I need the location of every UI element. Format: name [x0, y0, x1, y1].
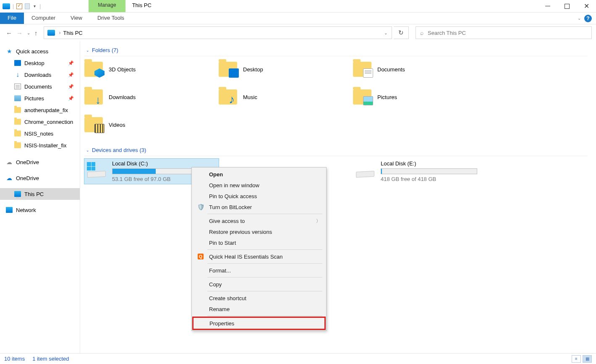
- view-details-button[interactable]: ≡: [572, 355, 581, 363]
- ctx-separator: [207, 214, 322, 214]
- pin-icon: 📌: [68, 60, 74, 66]
- ribbon-expand-icon[interactable]: ⌄: [578, 16, 581, 21]
- address-dropdown-icon[interactable]: ⌄: [380, 31, 392, 35]
- sidebar-item-folder[interactable]: NSIS_notes: [6, 128, 80, 139]
- folder-music[interactable]: Music: [219, 86, 353, 107]
- section-drives-header[interactable]: ⌄ Devices and drives (3): [84, 145, 588, 156]
- star-icon: ★: [6, 48, 13, 54]
- section-folders-header[interactable]: ⌄ Folders (7): [84, 45, 588, 56]
- tab-computer[interactable]: Computer: [24, 13, 63, 24]
- folder-desktop[interactable]: Desktop: [219, 59, 353, 80]
- file-tab[interactable]: File: [0, 13, 24, 24]
- folder-documents[interactable]: Documents: [353, 59, 487, 80]
- ctx-separator: [207, 316, 322, 316]
- ctx-separator: [207, 263, 322, 264]
- folder-downloads[interactable]: Downloads: [84, 86, 219, 107]
- qat-properties-icon[interactable]: [16, 3, 22, 9]
- tab-view[interactable]: View: [63, 13, 90, 24]
- folder-icon: [14, 131, 21, 136]
- refresh-button[interactable]: ↻: [394, 26, 409, 39]
- sidebar-network[interactable]: Network: [6, 204, 80, 216]
- drive-icon: [87, 162, 106, 179]
- sidebar-item-desktop[interactable]: Desktop📌: [6, 57, 80, 69]
- ctx-separator: [207, 277, 322, 278]
- navigation-pane: ★ Quick access Desktop📌 ↓Downloads📌 Docu…: [0, 41, 80, 353]
- ctx-open[interactable]: Open: [193, 169, 325, 180]
- sidebar-onedrive[interactable]: ☁OneDrive: [6, 156, 80, 168]
- folder-icon: [84, 117, 103, 132]
- folder-pictures[interactable]: Pictures: [353, 86, 487, 107]
- close-button[interactable]: [577, 0, 596, 12]
- ctx-restore-versions[interactable]: Restore previous versions: [193, 226, 325, 237]
- sidebar-onedrive[interactable]: ☁OneDrive: [6, 172, 80, 184]
- breadcrumb-chevron-icon[interactable]: ›: [58, 30, 63, 36]
- ctx-format[interactable]: Format...: [193, 265, 325, 276]
- drives-grid: Local Disk (C:) 53.1 GB free of 97.0 GB …: [84, 159, 596, 184]
- help-button[interactable]: ?: [584, 15, 592, 22]
- ctx-give-access[interactable]: Give access to〉: [193, 215, 325, 226]
- drive-usage-bar: [381, 168, 477, 174]
- sidebar-quick-access[interactable]: ★ Quick access: [6, 45, 80, 57]
- sidebar-item-folder[interactable]: NSIS-Installer_fix: [6, 139, 80, 151]
- ctx-pin-quick-access[interactable]: Pin to Quick access: [193, 191, 325, 202]
- ctx-properties[interactable]: Properties: [193, 318, 324, 329]
- view-tiles-button[interactable]: ▦: [583, 355, 592, 363]
- pin-icon: 📌: [68, 72, 74, 78]
- status-item-count: 10 items: [4, 356, 25, 362]
- qat-newfolder-icon[interactable]: [25, 3, 30, 9]
- forward-button: →: [16, 29, 23, 37]
- contextual-tab-group: Manage This PC: [89, 0, 158, 12]
- address-location-icon: [47, 30, 55, 36]
- ctx-open-new-window[interactable]: Open in new window: [193, 180, 325, 191]
- folder-icon: [84, 62, 103, 77]
- maximize-button[interactable]: [557, 0, 577, 12]
- minimize-button[interactable]: [538, 0, 557, 12]
- status-selected-count: 1 item selected: [32, 356, 69, 362]
- folder-3d-objects[interactable]: 3D Objects: [84, 59, 219, 80]
- drive-e[interactable]: Local Disk (E:) 418 GB free of 418 GB: [353, 159, 487, 184]
- sidebar-item-documents[interactable]: Documents📌: [6, 81, 80, 92]
- ctx-bitlocker[interactable]: 🛡️Turn on BitLocker: [193, 202, 325, 212]
- collapse-chevron-icon: ⌄: [86, 148, 89, 152]
- ctx-rename[interactable]: Rename: [193, 304, 325, 314]
- search-box[interactable]: ⌕: [416, 26, 592, 39]
- cloud-icon: ☁: [6, 159, 13, 165]
- ctx-separator: [207, 249, 322, 250]
- contextual-tab-label: Manage: [89, 0, 125, 12]
- highlight-annotation: Properties: [192, 317, 326, 330]
- folder-icon: [14, 119, 21, 125]
- tab-drive-tools[interactable]: Drive Tools: [90, 13, 132, 24]
- pictures-icon: [14, 95, 21, 101]
- ctx-copy[interactable]: Copy: [193, 279, 325, 290]
- search-input[interactable]: [428, 30, 591, 36]
- sidebar-item-pictures[interactable]: Pictures📌: [6, 92, 80, 104]
- qat-sep: |: [39, 3, 41, 9]
- folder-videos[interactable]: Videos: [84, 114, 219, 135]
- pin-icon: 📌: [68, 84, 74, 89]
- folder-icon: [353, 89, 371, 105]
- ctx-separator: [207, 291, 322, 291]
- collapse-chevron-icon: ⌄: [86, 48, 89, 52]
- address-bar[interactable]: › This PC ⌄: [44, 26, 392, 39]
- drive-icon: [356, 162, 375, 179]
- ctx-create-shortcut[interactable]: Create shortcut: [193, 293, 325, 304]
- up-button[interactable]: ↑: [34, 29, 38, 37]
- folder-icon: [219, 62, 237, 77]
- sidebar-label: Quick access: [16, 48, 48, 55]
- ctx-quickheal-scan[interactable]: QQuick Heal IS Essentials Scan: [193, 251, 325, 262]
- sidebar-this-pc[interactable]: This PC: [0, 188, 80, 200]
- back-button[interactable]: ←: [6, 29, 12, 37]
- breadcrumb-location[interactable]: This PC: [63, 30, 84, 36]
- sidebar-item-folder[interactable]: Chrome_connection: [6, 116, 80, 128]
- qat-divider: |: [13, 3, 14, 9]
- ctx-pin-start[interactable]: Pin to Start: [193, 237, 325, 248]
- history-dropdown-icon[interactable]: ⌄: [27, 31, 30, 35]
- sidebar-item-downloads[interactable]: ↓Downloads📌: [6, 69, 80, 81]
- app-icon[interactable]: [3, 3, 10, 9]
- qat-customize-dropdown[interactable]: ▾: [32, 4, 37, 8]
- quick-access-toolbar: | ▾ |: [0, 0, 43, 12]
- drive-name: Local Disk (E:): [381, 160, 485, 167]
- content-area: ⌄ Folders (7) 3D Objects Desktop Documen…: [80, 41, 596, 353]
- sidebar-item-folder[interactable]: anotherupdate_fix: [6, 104, 80, 116]
- folder-icon: [219, 89, 237, 105]
